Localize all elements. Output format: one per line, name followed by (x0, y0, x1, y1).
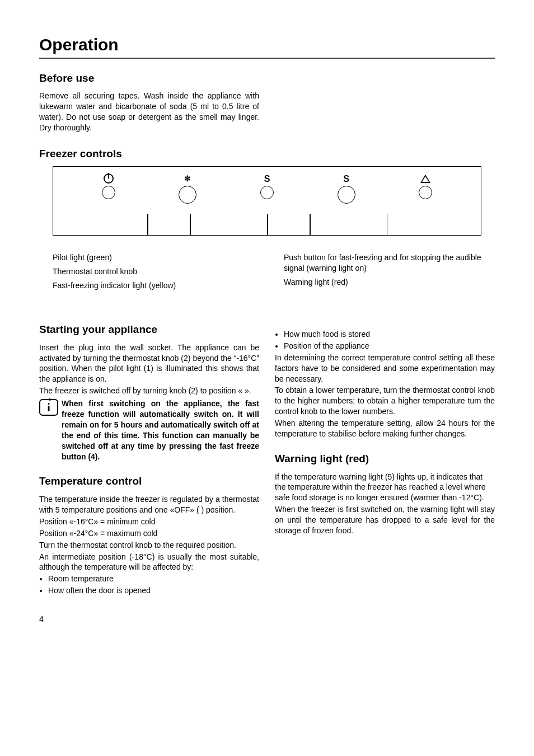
temperature-p4: Turn the thermostat control knob to the … (39, 540, 259, 551)
power-icon (104, 173, 114, 184)
control-panel-diagram: ✻ S S (53, 166, 481, 236)
warning-heading: Warning light (red) (275, 452, 495, 466)
page-number: 4 (39, 614, 495, 624)
temperature-p1: The temperature inside the freezer is re… (39, 494, 259, 515)
starting-info: When first switching on the appliance, t… (62, 398, 259, 462)
temp-bullet-position: Position of the appliance (284, 341, 495, 351)
fast-freeze-button-control: S (338, 173, 355, 204)
temperature-p5: An intermediate position (-18°C) is usua… (39, 552, 259, 573)
warning-light-control (419, 173, 432, 199)
starting-p2: The freezer is switched off by turning k… (39, 386, 259, 396)
thermostat-knob-control: ✻ (179, 173, 196, 204)
temperature-p3: Position «-24°C» = maximum cold (39, 528, 259, 539)
starting-p1: Insert the plug into the wall socket. Th… (39, 342, 259, 385)
warning-triangle-icon (420, 175, 430, 183)
legend-thermostat: Thermostat control knob (53, 266, 250, 277)
before-use-body: Remove all securing tapes. Wash inside t… (39, 91, 259, 133)
page-title: Operation (39, 34, 495, 59)
temperature-p2: Position «-16°C» = minimum cold (39, 516, 259, 527)
temp-bullet-door: How often the door is opened (48, 585, 259, 596)
legend-fast-freeze-button: Push button for fast-freezing and for st… (284, 252, 481, 274)
legend-warning-light: Warning light (red) (284, 277, 481, 288)
diagram-legend: Pilot light (green) Thermostat control k… (39, 252, 495, 294)
starting-heading: Starting your appliance (39, 322, 259, 337)
s-label: S (264, 173, 270, 184)
legend-fast-freeze-light: Fast-freezing indicator light (yellow) (53, 280, 250, 291)
warning-p2: When the freezer is first switched on, t… (275, 504, 495, 536)
snowflake-icon: ✻ (184, 173, 191, 184)
legend-pilot-light: Pilot light (green) (53, 252, 250, 263)
warning-p1: If the temperature warning light (5) lig… (275, 472, 495, 504)
temperature-p8: When altering the temperature setting, a… (275, 418, 495, 439)
before-use-heading: Before use (39, 71, 495, 86)
info-icon: i (39, 399, 58, 416)
temperature-p7: To obtain a lower temperature, turn the … (275, 385, 495, 417)
pilot-light-control (102, 173, 115, 199)
temp-bullet-room: Room temperature (48, 574, 259, 584)
fast-freeze-light-control: S (260, 173, 274, 199)
temperature-p6: In determining the correct temperature c… (275, 353, 495, 384)
temperature-heading: Temperature control (39, 474, 259, 489)
temp-bullet-food: How much food is stored (284, 329, 495, 340)
freezer-controls-heading: Freezer controls (39, 147, 495, 161)
s-label: S (343, 173, 349, 184)
